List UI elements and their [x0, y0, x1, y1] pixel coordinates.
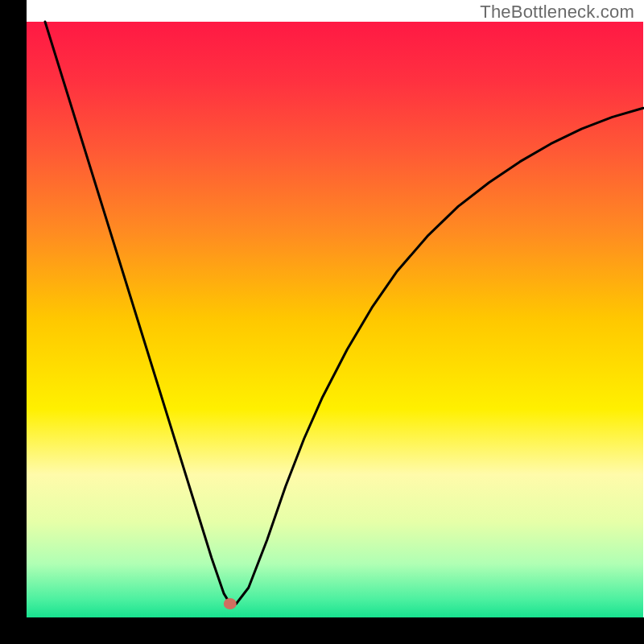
y-axis [0, 0, 27, 644]
watermark-text: TheBottleneck.com [480, 2, 634, 23]
plot-background [27, 22, 643, 617]
optimum-marker [224, 598, 237, 609]
chart-container: TheBottleneck.com [0, 0, 644, 644]
x-axis [0, 617, 644, 644]
bottleneck-chart [0, 0, 644, 644]
